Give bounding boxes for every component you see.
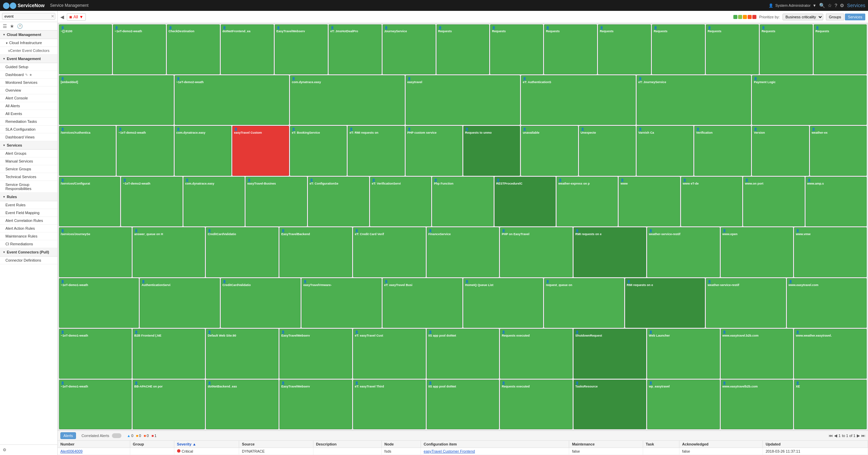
sidebar-item-all-events[interactable]: All Events <box>0 110 57 118</box>
service-tile-7-0[interactable]: 👤~1eT-demo1-weath <box>59 380 132 430</box>
service-tile-5-4[interactable]: 👤eT: easyTravel Busi <box>383 278 462 328</box>
col-config-item[interactable]: Configuration item <box>421 441 569 448</box>
service-tile-4-10[interactable]: 👤www.vmw <box>794 227 867 277</box>
service-tile-7-6[interactable]: 👤Requests executed <box>500 380 573 430</box>
service-tile-7-5[interactable]: 👤IIS app pool dotNet <box>427 380 499 430</box>
service-tile-5-2[interactable]: 👤CreditCardValidatio <box>221 278 301 328</box>
help-icon[interactable]: ? <box>835 3 837 8</box>
service-tile-2-5[interactable]: 👤eT: RMI requests on <box>348 126 404 176</box>
sidebar-item-guided-setup[interactable]: Guided Setup <box>0 63 57 71</box>
alerts-tab-button[interactable]: Alerts <box>60 432 76 439</box>
sidebar-item-monitored-services[interactable]: Monitored Services <box>0 79 57 87</box>
service-tile-3-11[interactable]: 👤www.on port <box>743 177 804 227</box>
service-tile-6-2[interactable]: 👤Default Web Site:80 <box>206 329 278 379</box>
service-tile-3-1[interactable]: 👤~1eT-demo2-weath <box>121 177 182 227</box>
sidebar-item-dashboard-views[interactable]: Dashboard Views <box>0 133 57 141</box>
sidebar-item-overview[interactable]: Overview <box>0 87 57 94</box>
sidebar-item-remediation-tasks[interactable]: Remediation Tasks <box>0 118 57 126</box>
groups-button[interactable]: Groups <box>826 14 844 20</box>
sidebar-section-header-event[interactable]: ▼ Event Management <box>0 55 57 63</box>
service-tile-3-4[interactable]: 👤eT: ConfigurationSe <box>308 177 369 227</box>
service-tile-2-9[interactable]: 👤Unexpecte <box>579 126 636 176</box>
service-tile-0-3[interactable]: 👤dotNetFrontend_ea <box>221 24 274 74</box>
service-tile-2-12[interactable]: 👤Version <box>752 126 809 176</box>
service-tile-4-7[interactable]: 👤RMI requests on e <box>574 227 646 277</box>
sidebar-item-service-group-responsibilities[interactable]: Service Group Responsibilities <box>0 181 57 193</box>
service-tile-0-0[interactable]: 👤~[]:8100 <box>59 24 112 74</box>
next-page-button[interactable]: ▶ <box>857 433 860 438</box>
service-tile-6-4[interactable]: 👤eT: easyTravel Cust <box>353 329 426 379</box>
service-tile-0-7[interactable]: 👤Requests <box>437 24 489 74</box>
sidebar-item-sla-configuration[interactable]: SLA Configuration <box>0 126 57 133</box>
service-tile-3-7[interactable]: 👤RESTProcedurelC <box>495 177 556 227</box>
service-tile-5-8[interactable]: 👤weather-service-restif <box>706 278 786 328</box>
service-tile-2-0[interactable]: 👤/services/Authentica <box>59 126 116 176</box>
settings-icon[interactable]: ⚙ <box>840 3 844 8</box>
service-tile-3-9[interactable]: 👤www <box>619 177 680 227</box>
sidebar-item-alert-action-rules[interactable]: Alert Action Rules <box>0 225 57 232</box>
service-tile-3-10[interactable]: 👤www eT-de <box>681 177 742 227</box>
service-tile-0-12[interactable]: 👤Requests <box>706 24 759 74</box>
service-tile-5-5[interactable]: 👤HomeIQ Queue List <box>463 278 543 328</box>
service-tile-3-6[interactable]: 👤Php Function <box>432 177 493 227</box>
service-tile-7-7[interactable]: 👤TasksResource <box>574 380 646 430</box>
sidebar-section-header-cloud[interactable]: ▼ Cloud Management <box>0 31 57 39</box>
all-dropdown[interactable]: ■ All ▼ <box>67 13 86 21</box>
service-tile-2-13[interactable]: 👤weather-ex <box>810 126 867 176</box>
favorites-icon[interactable]: ★ <box>10 23 14 29</box>
service-tile-3-0[interactable]: 👤/services/Configurat <box>59 177 120 227</box>
service-tile-0-8[interactable]: 👤Requests <box>490 24 543 74</box>
service-tile-2-6[interactable]: 👤PHP custom service <box>406 126 462 176</box>
sidebar-item-technical-services[interactable]: Technical Services <box>0 173 57 181</box>
history-icon[interactable]: 🕐 <box>17 23 23 29</box>
service-tile-6-10[interactable]: 👤www.weather.easytravel. <box>794 329 867 379</box>
service-tile-7-1[interactable]: 👤BB-APACHE on por <box>133 380 205 430</box>
prioritize-select[interactable]: Business criticality Severity <box>783 14 823 20</box>
service-tile-0-10[interactable]: 👤Requests <box>598 24 651 74</box>
service-tile-0-1[interactable]: 👤~1eT-demo2-weath <box>113 24 166 74</box>
service-tile-4-0[interactable]: 👤/services/JourneySe <box>59 227 132 277</box>
service-tile-4-5[interactable]: 👤FinanceService <box>427 227 499 277</box>
sidebar-item-maintenance-rules[interactable]: Maintenance Rules <box>0 232 57 240</box>
service-tile-5-6[interactable]: 👤request_queue on <box>544 278 624 328</box>
service-tile-0-6[interactable]: 👤JourneyService <box>383 24 436 74</box>
service-tile-3-2[interactable]: 👤com.dynatrace.easy <box>184 177 245 227</box>
sidebar-item-event-rules[interactable]: Event Rules <box>0 201 57 209</box>
search-clear-button[interactable]: ✕ <box>51 14 54 19</box>
sidebar-section-header-rules[interactable]: ▼ Rules <box>0 193 57 201</box>
col-node[interactable]: Node <box>382 441 421 448</box>
service-tile-6-1[interactable]: 👤B2B Frontend (.NE <box>133 329 205 379</box>
service-tile-1-3[interactable]: 👤easytravel <box>406 75 520 125</box>
service-tile-6-8[interactable]: 👤Web Launcher <box>647 329 720 379</box>
col-updated[interactable]: Updated <box>763 441 868 448</box>
service-tile-2-11[interactable]: 👤Verification <box>694 126 751 176</box>
service-tile-0-11[interactable]: 👤Requests <box>652 24 705 74</box>
service-tile-2-3[interactable]: 👤easyTravel Custom <box>232 126 289 176</box>
service-tile-1-4[interactable]: 👤eT: AuthenticationS <box>521 75 636 125</box>
correlated-toggle[interactable] <box>112 433 121 438</box>
col-acknowledged[interactable]: Acknowledged <box>679 441 763 448</box>
col-number[interactable]: Number <box>58 441 130 448</box>
service-tile-2-1[interactable]: 👤~1eT-demo2-weath <box>117 126 173 176</box>
user-dropdown-icon[interactable]: ▼ <box>813 3 816 7</box>
star-icon[interactable]: ☆ <box>828 3 832 8</box>
search-icon[interactable]: 🔍 <box>819 3 825 8</box>
service-tile-2-2[interactable]: 👤com.dynatrace.easy <box>175 126 231 176</box>
sidebar-section-header-connectors[interactable]: ▼ Event Connectors (Pull) <box>0 248 57 257</box>
alert-config-item-link[interactable]: easyTravel Customer Frontend <box>421 448 569 455</box>
sidebar-item-vcenter[interactable]: vCenter Event Collectors <box>0 47 57 55</box>
service-tile-6-3[interactable]: 👤EasyTravelWebserv <box>279 329 352 379</box>
service-tile-4-6[interactable]: 👤PHP on EasyTravel <box>500 227 573 277</box>
col-maintenance[interactable]: Maintenance <box>569 441 643 448</box>
sidebar-bottom-icon[interactable]: ⚙ <box>3 448 6 452</box>
col-source[interactable]: Source <box>239 441 313 448</box>
service-tile-6-6[interactable]: 👤Requests executed <box>500 329 573 379</box>
sidebar-item-alert-groups[interactable]: Alert Groups <box>0 150 57 157</box>
service-tile-5-7[interactable]: 👤RMI requests on e <box>625 278 705 328</box>
sidebar-item-alert-console[interactable]: Alert Console <box>0 94 57 102</box>
service-tile-0-13[interactable]: 👤Requests <box>760 24 813 74</box>
service-tile-0-9[interactable]: 👤Requests <box>544 24 597 74</box>
services-button[interactable]: Services <box>845 14 865 20</box>
service-tile-1-6[interactable]: 👤Payment Logic <box>752 75 867 125</box>
sidebar-item-dashboard[interactable]: Dashboard ✎ ★ <box>0 71 57 79</box>
